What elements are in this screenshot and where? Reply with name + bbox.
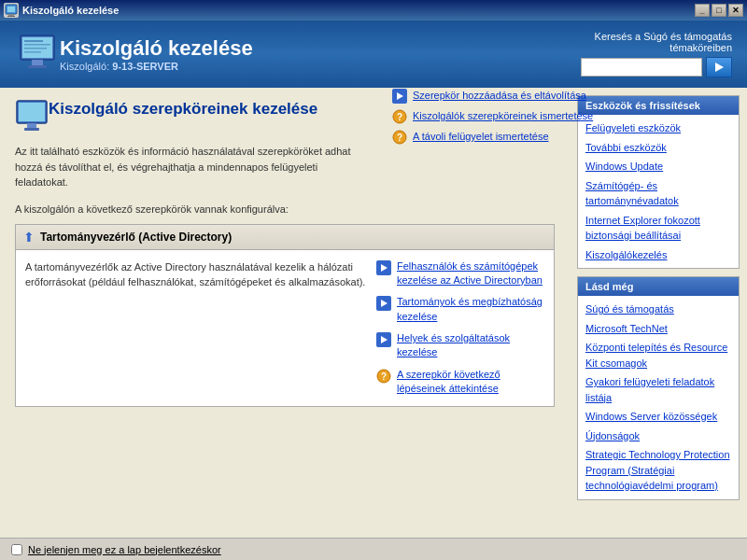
- page-icon: [15, 99, 49, 133]
- sidebar-link-see-0[interactable]: Súgó és támogatás: [585, 301, 731, 317]
- close-button[interactable]: ✕: [728, 4, 743, 17]
- role-arrow-icon-3: [376, 332, 391, 347]
- titlebar: Kiszolgáló kezelése _ □ ✕: [0, 0, 747, 21]
- svg-rect-6: [32, 60, 43, 65]
- sidebar-tools-body: Felügyeleti eszközök További eszközök Wi…: [578, 115, 739, 268]
- header-subtitle: Kiszolgáló: 9-13-SERVER: [60, 61, 253, 72]
- action-link-text-2[interactable]: Kiszolgálók szerepköreinek ismertetése: [413, 109, 570, 123]
- search-button[interactable]: [706, 57, 732, 77]
- sidebar-tools-section: Eszközök és frissítések Felügyeleti eszk…: [577, 95, 740, 269]
- role-action-text-4[interactable]: A szerepkör következő lépéseinek áttekin…: [397, 368, 544, 397]
- titlebar-icon: [4, 3, 19, 18]
- left-panel: Kiszolgáló szerepköreinek kezelése Szere…: [0, 88, 570, 538]
- svg-rect-8: [24, 40, 43, 42]
- svg-text:?: ?: [381, 371, 387, 382]
- svg-rect-11: [24, 51, 41, 53]
- svg-rect-2: [8, 14, 14, 16]
- page-title-area: Kiszolgáló szerepköreinek kezelése Szere…: [15, 99, 555, 133]
- role-info-icon-4: ?: [376, 369, 391, 384]
- action-link-text-1[interactable]: Szerepkör hozzáadása és eltávolítása: [413, 89, 570, 103]
- sidebar-link-tools-4[interactable]: Internet Explorer fokozott biztonsági be…: [585, 213, 731, 244]
- page-description: Az itt található eszközök és információ …: [15, 144, 370, 190]
- role-expand-icon[interactable]: ⬆: [23, 230, 35, 245]
- bottom-bar: Ne jelenjen meg ez a lap bejelentkezésko…: [0, 538, 747, 560]
- sidebar-link-see-5[interactable]: Újdonságok: [585, 428, 731, 444]
- svg-rect-14: [19, 103, 45, 121]
- svg-text:?: ?: [397, 133, 402, 143]
- sidebar-tools-header: Eszközök és frissítések: [578, 96, 739, 115]
- role-title-ad: Tartományvezérlő (Active Directory): [40, 231, 232, 244]
- role-action-1: Felhasználók és számítógépek kezelése az…: [376, 259, 544, 288]
- titlebar-title: Kiszolgáló kezelése: [22, 5, 695, 16]
- svg-rect-15: [27, 123, 36, 128]
- role-action-text-3[interactable]: Helyek és szolgáltatások kezelése: [397, 331, 544, 360]
- sidebar-link-see-4[interactable]: Windows Server közösségek: [585, 409, 731, 425]
- role-arrow-icon-2: [376, 296, 391, 311]
- sidebar-seealso-section: Lásd még Súgó és támogatás Microsoft Tec…: [577, 276, 740, 500]
- svg-rect-16: [24, 128, 39, 131]
- role-action-4: ? A szerepkör következő lépéseinek áttek…: [376, 368, 544, 397]
- svg-text:?: ?: [397, 112, 402, 122]
- search-input[interactable]: [581, 58, 702, 77]
- svg-rect-7: [28, 65, 47, 68]
- top-action-links: Szerepkör hozzáadása és eltávolítása ? K…: [392, 89, 570, 145]
- header-main-title: Kiszolgáló kezelése: [60, 36, 253, 61]
- sidebar-link-see-1[interactable]: Microsoft TechNet: [585, 321, 731, 337]
- sidebar-link-see-2[interactable]: Központi telepítés és Resource Kit csoma…: [585, 340, 731, 371]
- action-link-text-3[interactable]: A távoli felügyelet ismertetése: [413, 130, 549, 144]
- role-actions-ad: Felhasználók és számítógépek kezelése az…: [376, 259, 544, 397]
- role-action-3: Helyek és szolgáltatások kezelése: [376, 331, 544, 360]
- action-link-2: ? Kiszolgálók szerepköreinek ismertetése: [392, 109, 570, 124]
- role-body-ad: A tartományvezérlők az Active Directory …: [16, 250, 554, 406]
- svg-rect-1: [7, 7, 15, 12]
- sidebar-link-tools-2[interactable]: Windows Update: [585, 159, 731, 175]
- maximize-button[interactable]: □: [712, 4, 726, 17]
- sidebar-link-see-6[interactable]: Strategic Technology Protection Program …: [585, 447, 731, 494]
- svg-rect-10: [24, 48, 47, 49]
- header-server-icon: [15, 32, 60, 77]
- svg-rect-3: [7, 16, 15, 17]
- role-header-ad: ⬆ Tartományvezérlő (Active Directory): [16, 225, 554, 250]
- subtitle-label: Kiszolgáló:: [60, 61, 112, 72]
- header-title-area: Kiszolgáló kezelése Kiszolgáló: 9-13-SER…: [60, 36, 253, 72]
- sidebar-link-tools-5[interactable]: Kiszolgálókezelés: [585, 247, 731, 263]
- minimize-button[interactable]: _: [695, 4, 710, 17]
- svg-marker-12: [715, 63, 724, 72]
- sidebar-link-tools-3[interactable]: Számítógép- és tartománynévadatok: [585, 178, 731, 209]
- search-row: [581, 57, 732, 77]
- no-show-checkbox[interactable]: [11, 544, 22, 555]
- main-content: Kiszolgáló szerepköreinek kezelése Szere…: [0, 88, 747, 538]
- role-description-ad: A tartományvezérlők az Active Directory …: [25, 259, 367, 397]
- sidebar-seealso-header: Lásd még: [578, 277, 739, 296]
- action-link-3: ? A távoli felügyelet ismertetése: [392, 130, 570, 145]
- subtitle-value: 9-13-SERVER: [112, 61, 178, 72]
- action-link-1: Szerepkör hozzáadása és eltávolítása: [392, 89, 570, 104]
- no-show-label[interactable]: Ne jelenjen meg ez a lap bejelentkezésko…: [28, 544, 221, 555]
- svg-rect-9: [24, 44, 50, 46]
- sidebar-link-tools-1[interactable]: További eszközök: [585, 140, 731, 156]
- search-area: Keresés a Súgó és támogatás témaköreiben: [581, 31, 732, 77]
- window-controls: _ □ ✕: [695, 4, 743, 17]
- role-section-ad: ⬆ Tartományvezérlő (Active Directory) A …: [15, 224, 555, 407]
- sidebar-link-tools-0[interactable]: Felügyeleti eszközök: [585, 120, 731, 136]
- header: Kiszolgáló kezelése Kiszolgáló: 9-13-SER…: [0, 21, 747, 88]
- right-sidebar: Eszközök és frissítések Felügyeleti eszk…: [570, 88, 747, 538]
- search-label: Keresés a Súgó és támogatás témaköreiben: [595, 31, 732, 53]
- sidebar-link-see-3[interactable]: Gyakori felügyeleti feladatok listája: [585, 374, 731, 405]
- arrow-icon-1: [392, 89, 407, 104]
- role-arrow-icon-1: [376, 260, 391, 275]
- page-title: Kiszolgáló szerepköreinek kezelése: [49, 99, 317, 119]
- sidebar-seealso-body: Súgó és támogatás Microsoft TechNet Közp…: [578, 296, 739, 499]
- role-action-text-1[interactable]: Felhasználók és számítógépek kezelése az…: [397, 259, 544, 288]
- info-icon-3: ?: [392, 130, 407, 145]
- role-action-2: Tartományok és megbízhatóság kezelése: [376, 295, 544, 324]
- info-icon-2: ?: [392, 109, 407, 124]
- role-action-text-2[interactable]: Tartományok és megbízhatóság kezelése: [397, 295, 544, 324]
- configured-label: A kiszolgálón a következő szerepkörök va…: [15, 203, 555, 215]
